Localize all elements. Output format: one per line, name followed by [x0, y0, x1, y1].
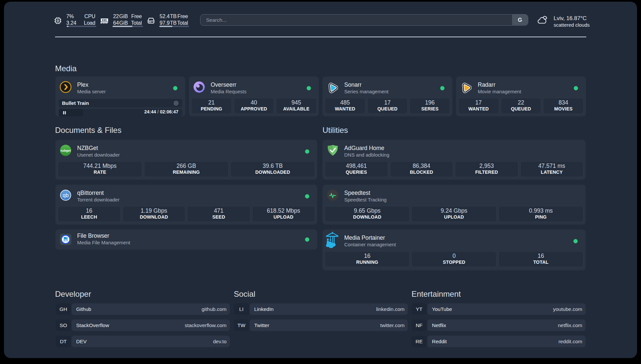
svg-text:qb: qb [63, 192, 69, 198]
svg-text:nzbget: nzbget [61, 149, 71, 152]
